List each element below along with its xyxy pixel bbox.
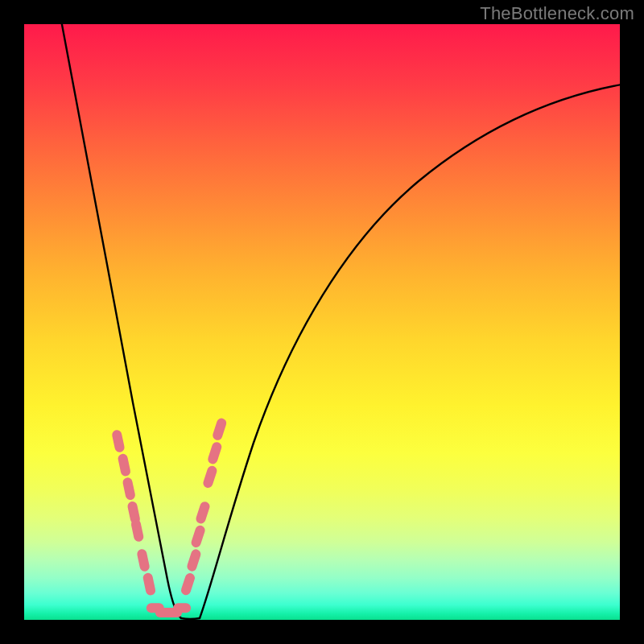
data-marker (136, 548, 151, 572)
data-marker (130, 518, 145, 543)
curve-floor (181, 618, 200, 619)
data-marker (173, 603, 191, 613)
data-marker (122, 477, 136, 501)
plot-area (24, 24, 620, 620)
data-marker (202, 464, 218, 489)
data-marker (111, 429, 126, 453)
curve-left (60, 24, 181, 618)
data-marker (118, 453, 132, 477)
data-marker (212, 417, 228, 441)
data-marker (180, 572, 196, 596)
data-marker (142, 572, 157, 597)
curve-right (200, 85, 620, 618)
data-marker (186, 548, 202, 572)
data-marker (207, 441, 223, 465)
data-marker (195, 501, 211, 525)
chart-frame: TheBottleneck.com (0, 0, 644, 644)
watermark-text: TheBottleneck.com (480, 3, 634, 24)
curve-layer (24, 24, 620, 620)
data-marker (190, 524, 206, 548)
